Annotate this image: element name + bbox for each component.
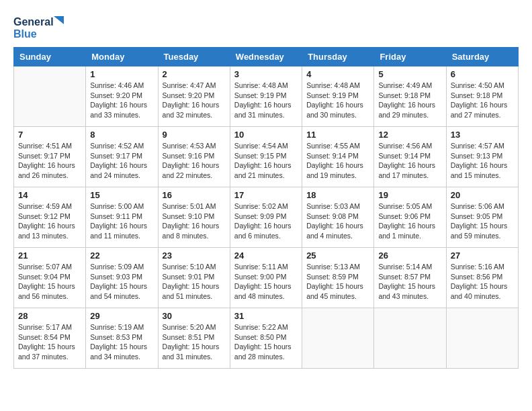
calendar-cell: 9Sunrise: 4:53 AMSunset: 9:16 PMDaylight… bbox=[158, 127, 230, 187]
column-header-tuesday: Tuesday bbox=[158, 48, 230, 66]
day-info: Sunrise: 5:14 AMSunset: 8:57 PMDaylight:… bbox=[378, 262, 441, 302]
calendar-cell: 26Sunrise: 5:14 AMSunset: 8:57 PMDayligh… bbox=[374, 248, 446, 308]
day-number: 6 bbox=[451, 69, 514, 79]
calendar-cell: 25Sunrise: 5:13 AMSunset: 8:59 PMDayligh… bbox=[302, 248, 374, 308]
day-info: Sunrise: 5:03 AMSunset: 9:08 PMDaylight:… bbox=[306, 201, 369, 241]
day-number: 29 bbox=[90, 311, 153, 321]
day-info: Sunrise: 4:54 AMSunset: 9:15 PMDaylight:… bbox=[234, 141, 298, 181]
day-info: Sunrise: 4:52 AMSunset: 9:17 PMDaylight:… bbox=[90, 141, 153, 181]
day-number: 22 bbox=[90, 250, 153, 261]
calendar-header-row: SundayMondayTuesdayWednesdayThursdayFrid… bbox=[14, 48, 519, 66]
day-info: Sunrise: 5:13 AMSunset: 8:59 PMDaylight:… bbox=[306, 262, 369, 302]
day-number: 23 bbox=[163, 250, 226, 261]
calendar-cell: 27Sunrise: 5:16 AMSunset: 8:56 PMDayligh… bbox=[446, 248, 518, 308]
calendar-cell: 5Sunrise: 4:49 AMSunset: 9:18 PMDaylight… bbox=[374, 66, 446, 127]
column-header-thursday: Thursday bbox=[302, 48, 374, 66]
day-info: Sunrise: 5:06 AMSunset: 9:05 PMDaylight:… bbox=[451, 201, 514, 241]
day-info: Sunrise: 5:09 AMSunset: 9:03 PMDaylight:… bbox=[90, 262, 153, 302]
day-number: 24 bbox=[234, 250, 298, 261]
day-number: 27 bbox=[451, 250, 514, 261]
column-header-friday: Friday bbox=[374, 48, 446, 66]
calendar-week-4: 21Sunrise: 5:07 AMSunset: 9:04 PMDayligh… bbox=[14, 248, 519, 308]
day-info: Sunrise: 4:53 AMSunset: 9:16 PMDaylight:… bbox=[163, 141, 226, 181]
day-number: 31 bbox=[234, 311, 298, 321]
calendar-cell: 28Sunrise: 5:17 AMSunset: 8:54 PMDayligh… bbox=[14, 308, 86, 369]
day-number: 1 bbox=[90, 69, 153, 79]
day-number: 25 bbox=[306, 250, 369, 261]
day-info: Sunrise: 5:00 AMSunset: 9:11 PMDaylight:… bbox=[90, 201, 153, 241]
calendar-cell: 30Sunrise: 5:20 AMSunset: 8:51 PMDayligh… bbox=[158, 308, 230, 369]
calendar-week-1: 1Sunrise: 4:46 AMSunset: 9:20 PMDaylight… bbox=[14, 66, 519, 127]
calendar-cell: 14Sunrise: 4:59 AMSunset: 9:12 PMDayligh… bbox=[14, 187, 86, 248]
calendar-cell: 3Sunrise: 4:48 AMSunset: 9:19 PMDaylight… bbox=[230, 66, 302, 127]
day-number: 5 bbox=[378, 69, 441, 79]
calendar-cell: 13Sunrise: 4:57 AMSunset: 9:13 PMDayligh… bbox=[446, 127, 518, 187]
column-header-monday: Monday bbox=[86, 48, 158, 66]
logo-svg: GeneralBlue bbox=[13, 13, 67, 40]
day-number: 20 bbox=[451, 190, 514, 200]
day-info: Sunrise: 5:07 AMSunset: 9:04 PMDaylight:… bbox=[18, 262, 81, 302]
day-info: Sunrise: 4:55 AMSunset: 9:14 PMDaylight:… bbox=[306, 141, 369, 181]
day-number: 28 bbox=[18, 311, 81, 321]
calendar-cell bbox=[374, 308, 446, 369]
calendar-cell: 20Sunrise: 5:06 AMSunset: 9:05 PMDayligh… bbox=[446, 187, 518, 248]
calendar-week-5: 28Sunrise: 5:17 AMSunset: 8:54 PMDayligh… bbox=[14, 308, 519, 369]
column-header-sunday: Sunday bbox=[14, 48, 86, 66]
day-info: Sunrise: 4:59 AMSunset: 9:12 PMDaylight:… bbox=[18, 201, 81, 241]
calendar-cell: 21Sunrise: 5:07 AMSunset: 9:04 PMDayligh… bbox=[14, 248, 86, 308]
calendar-cell: 24Sunrise: 5:11 AMSunset: 9:00 PMDayligh… bbox=[230, 248, 302, 308]
svg-marker-2 bbox=[54, 16, 64, 24]
day-info: Sunrise: 4:48 AMSunset: 9:19 PMDaylight:… bbox=[306, 81, 369, 120]
day-info: Sunrise: 5:17 AMSunset: 8:54 PMDaylight:… bbox=[18, 322, 81, 362]
logo: GeneralBlue bbox=[13, 13, 67, 40]
day-info: Sunrise: 5:22 AMSunset: 8:50 PMDaylight:… bbox=[234, 322, 298, 362]
day-number: 8 bbox=[90, 130, 153, 140]
calendar-cell: 17Sunrise: 5:02 AMSunset: 9:09 PMDayligh… bbox=[230, 187, 302, 248]
calendar-cell: 31Sunrise: 5:22 AMSunset: 8:50 PMDayligh… bbox=[230, 308, 302, 369]
day-number: 2 bbox=[163, 69, 226, 79]
page-header: GeneralBlue bbox=[13, 13, 519, 40]
day-number: 21 bbox=[18, 250, 81, 261]
day-number: 19 bbox=[378, 190, 441, 200]
calendar-cell: 6Sunrise: 4:50 AMSunset: 9:18 PMDaylight… bbox=[446, 66, 518, 127]
day-number: 16 bbox=[163, 190, 226, 200]
day-number: 11 bbox=[306, 130, 369, 140]
day-info: Sunrise: 4:51 AMSunset: 9:17 PMDaylight:… bbox=[18, 141, 81, 181]
column-header-saturday: Saturday bbox=[446, 48, 518, 66]
day-info: Sunrise: 4:57 AMSunset: 9:13 PMDaylight:… bbox=[451, 141, 514, 181]
day-number: 7 bbox=[18, 130, 81, 140]
calendar-cell: 18Sunrise: 5:03 AMSunset: 9:08 PMDayligh… bbox=[302, 187, 374, 248]
calendar-cell: 4Sunrise: 4:48 AMSunset: 9:19 PMDaylight… bbox=[302, 66, 374, 127]
svg-text:General: General bbox=[13, 16, 54, 28]
day-number: 12 bbox=[378, 130, 441, 140]
calendar-cell bbox=[446, 308, 518, 369]
calendar-cell bbox=[14, 66, 86, 127]
day-info: Sunrise: 4:46 AMSunset: 9:20 PMDaylight:… bbox=[90, 81, 153, 120]
day-number: 15 bbox=[90, 190, 153, 200]
day-number: 14 bbox=[18, 190, 81, 200]
day-info: Sunrise: 5:16 AMSunset: 8:56 PMDaylight:… bbox=[451, 262, 514, 302]
calendar-cell: 1Sunrise: 4:46 AMSunset: 9:20 PMDaylight… bbox=[86, 66, 158, 127]
calendar-week-3: 14Sunrise: 4:59 AMSunset: 9:12 PMDayligh… bbox=[14, 187, 519, 248]
column-header-wednesday: Wednesday bbox=[230, 48, 302, 66]
calendar-week-2: 7Sunrise: 4:51 AMSunset: 9:17 PMDaylight… bbox=[14, 127, 519, 187]
day-info: Sunrise: 4:49 AMSunset: 9:18 PMDaylight:… bbox=[378, 81, 441, 120]
day-number: 26 bbox=[378, 250, 441, 261]
calendar-cell: 22Sunrise: 5:09 AMSunset: 9:03 PMDayligh… bbox=[86, 248, 158, 308]
calendar-cell: 7Sunrise: 4:51 AMSunset: 9:17 PMDaylight… bbox=[14, 127, 86, 187]
day-number: 4 bbox=[306, 69, 369, 79]
svg-text:Blue: Blue bbox=[13, 28, 37, 40]
calendar-cell: 16Sunrise: 5:01 AMSunset: 9:10 PMDayligh… bbox=[158, 187, 230, 248]
day-number: 3 bbox=[234, 69, 298, 79]
calendar-cell: 19Sunrise: 5:05 AMSunset: 9:06 PMDayligh… bbox=[374, 187, 446, 248]
day-info: Sunrise: 5:20 AMSunset: 8:51 PMDaylight:… bbox=[163, 322, 226, 362]
day-info: Sunrise: 4:47 AMSunset: 9:20 PMDaylight:… bbox=[163, 81, 226, 120]
calendar-cell: 11Sunrise: 4:55 AMSunset: 9:14 PMDayligh… bbox=[302, 127, 374, 187]
day-info: Sunrise: 5:01 AMSunset: 9:10 PMDaylight:… bbox=[163, 201, 226, 241]
calendar-cell: 29Sunrise: 5:19 AMSunset: 8:53 PMDayligh… bbox=[86, 308, 158, 369]
calendar-table: SundayMondayTuesdayWednesdayThursdayFrid… bbox=[13, 47, 519, 369]
day-info: Sunrise: 5:11 AMSunset: 9:00 PMDaylight:… bbox=[234, 262, 298, 302]
day-info: Sunrise: 5:10 AMSunset: 9:01 PMDaylight:… bbox=[163, 262, 226, 302]
day-info: Sunrise: 5:05 AMSunset: 9:06 PMDaylight:… bbox=[378, 201, 441, 241]
day-number: 17 bbox=[234, 190, 298, 200]
